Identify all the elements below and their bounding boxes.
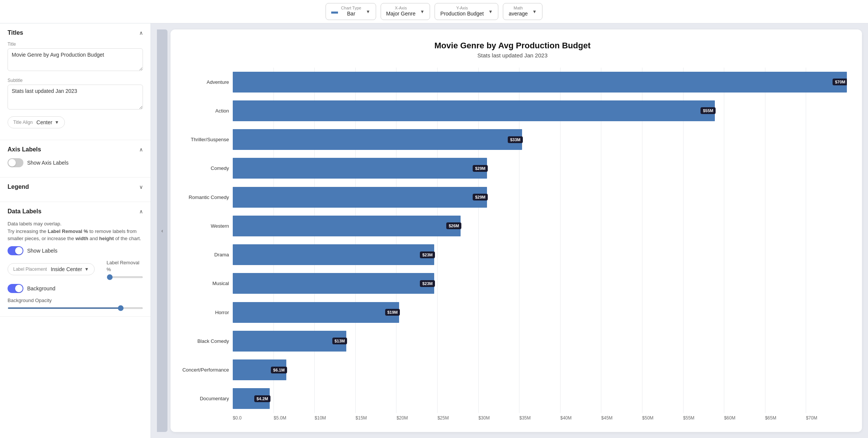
- bar-container: $23M: [233, 241, 847, 269]
- chart-card: Movie Genre by Avg Production Budget Sta…: [171, 29, 862, 432]
- x-axis-label: X-Axis: [386, 6, 416, 10]
- subtitle-form-group: Subtitle Stats last updated Jan 2023: [8, 78, 143, 111]
- grid-line: [519, 356, 560, 384]
- show-axis-labels-toggle[interactable]: [8, 158, 23, 167]
- bar-container: $4.2M: [233, 384, 847, 413]
- bar-container: $13M: [233, 327, 847, 355]
- bar-row: Comedy$29M: [178, 154, 847, 183]
- chart-title: Movie Genre by Avg Production Budget: [178, 41, 847, 51]
- grid-line: [601, 356, 642, 384]
- grid-line: [724, 327, 765, 355]
- background-toggle[interactable]: [8, 284, 23, 293]
- grid-line: [355, 327, 396, 355]
- grid-line: [765, 96, 806, 125]
- bar-row: Action$55M: [178, 96, 847, 125]
- background-opacity-label: Background Opacity: [8, 298, 52, 303]
- grid-line: [478, 298, 519, 327]
- grid-line: [765, 125, 806, 154]
- legend-section-header[interactable]: Legend ∨: [8, 184, 143, 190]
- title-field-input[interactable]: Movie Genre by Avg Production Budget: [8, 48, 143, 71]
- grid-line: [314, 356, 355, 384]
- bar-row: Thriller/Suspense$33M: [178, 125, 847, 154]
- grid-line: [683, 384, 724, 413]
- data-labels-section-header[interactable]: Data Labels ∧: [8, 208, 143, 215]
- chart-type-value: Bar: [341, 10, 361, 17]
- bar-genre-label: Western: [178, 223, 233, 229]
- axis-labels-section-header[interactable]: Axis Labels ∧: [8, 146, 143, 153]
- subtitle-field-input[interactable]: Stats last updated Jan 2023: [8, 85, 143, 110]
- background-row: Background: [8, 284, 143, 293]
- grid-line: [683, 356, 724, 384]
- grid-line: [273, 384, 315, 413]
- title-align-value: Center: [37, 119, 52, 125]
- bar-container: $29M: [233, 154, 847, 183]
- bar-genre-label: Adventure: [178, 79, 233, 85]
- grid-line: [642, 356, 683, 384]
- label-placement-value: Inside Center: [51, 266, 82, 272]
- title-align-form-group: Title Align Center ▼: [8, 116, 143, 128]
- grid-line: [642, 154, 683, 183]
- grid-line: [806, 298, 847, 327]
- collapse-tab[interactable]: ‹: [157, 29, 167, 432]
- math-button[interactable]: Math average ▼: [503, 3, 542, 20]
- bar-value-label: $33M: [508, 136, 523, 143]
- grid-line: [683, 298, 724, 327]
- grid-line: [478, 356, 519, 384]
- grid-line: [724, 183, 765, 211]
- grid-line: [806, 125, 847, 154]
- bar-genre-label: Drama: [178, 252, 233, 258]
- background-opacity-slider[interactable]: [8, 307, 143, 309]
- x-axis: $0.0$5.0M$10M$15M$20M$25M$30M$35M$40M$45…: [233, 415, 847, 421]
- grid-line: [806, 183, 847, 211]
- x-tick: $50M: [642, 415, 683, 421]
- grid-line: [806, 327, 847, 355]
- bar-value-label: $70M: [833, 79, 847, 85]
- chart-type-button[interactable]: ▬ Chart Type Bar ▼: [326, 3, 376, 20]
- show-labels-toggle[interactable]: [8, 246, 23, 255]
- grid-line: [601, 298, 642, 327]
- math-chevron: ▼: [532, 9, 537, 14]
- data-labels-section: Data Labels ∧ Data labels may overlap. T…: [0, 202, 151, 317]
- grid-line: [765, 241, 806, 269]
- bar-fill: $23M: [233, 273, 434, 294]
- bar-row: Romantic Comedy$29M: [178, 183, 847, 211]
- axis-labels-title: Axis Labels: [8, 146, 41, 153]
- grid-line: [683, 183, 724, 211]
- legend-chevron-icon: ∨: [139, 184, 143, 190]
- grid-line: [437, 384, 478, 413]
- grid-line: [642, 384, 683, 413]
- grid-line: [601, 269, 642, 298]
- bar-fill: $33M: [233, 129, 522, 150]
- bar-genre-label: Concert/Performance: [178, 367, 233, 373]
- y-axis-button[interactable]: Y-Axis Production Budget ▼: [435, 3, 498, 20]
- grid-line: [478, 241, 519, 269]
- toggle-knob: [8, 159, 16, 167]
- bar-genre-label: Black Comedy: [178, 338, 233, 344]
- x-axis-button[interactable]: X-Axis Major Genre ▼: [381, 3, 430, 20]
- grid-line: [437, 356, 478, 384]
- show-labels-row: Show Labels: [8, 246, 143, 255]
- x-axis-value: Major Genre: [386, 10, 416, 17]
- y-axis-chevron: ▼: [489, 9, 493, 14]
- grid-line: [601, 183, 642, 211]
- grid-line: [765, 327, 806, 355]
- label-removal-slider[interactable]: [107, 276, 143, 278]
- label-placement-select[interactable]: Label Placement Inside Center ▼: [8, 263, 95, 275]
- titles-section-title: Titles: [8, 29, 23, 36]
- titles-section-header[interactable]: Titles ∧: [8, 29, 143, 36]
- grid-line: [806, 384, 847, 413]
- bar-container: $26M: [233, 211, 847, 240]
- grid-line: [806, 241, 847, 269]
- axis-labels-section: Axis Labels ∧ Show Axis Labels: [0, 140, 151, 177]
- titles-section: Titles ∧ Title Movie Genre by Avg Produc…: [0, 23, 151, 140]
- bar-row: Concert/Performance$6.1M: [178, 356, 847, 384]
- grid-line: [642, 269, 683, 298]
- title-align-select[interactable]: Title Align Center ▼: [8, 116, 65, 128]
- grid-line: [683, 269, 724, 298]
- y-axis-value: Production Budget: [440, 10, 484, 17]
- label-placement-chevron: ▼: [84, 267, 89, 272]
- grid-line: [765, 269, 806, 298]
- x-tick: $15M: [356, 415, 397, 421]
- show-axis-labels-label: Show Axis Labels: [27, 160, 69, 166]
- grid-line: [724, 384, 765, 413]
